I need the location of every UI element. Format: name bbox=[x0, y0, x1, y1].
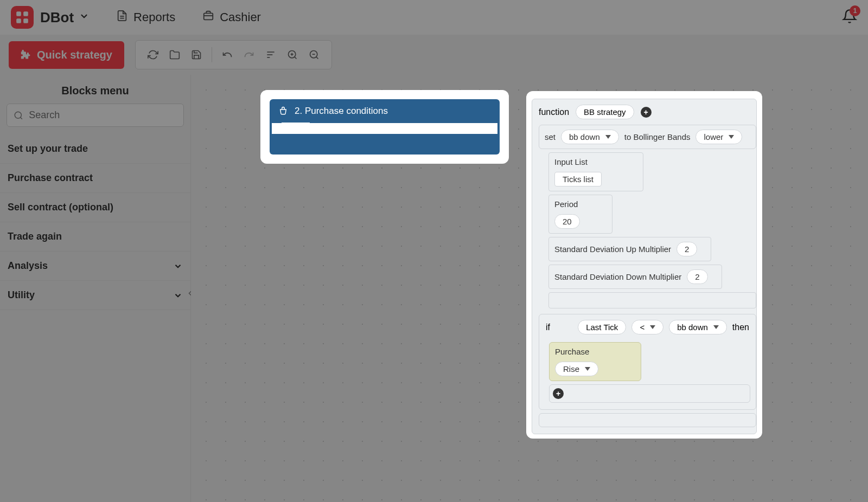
basket-icon bbox=[278, 106, 288, 116]
chevron-down-icon bbox=[713, 325, 719, 329]
if-block[interactable]: if Last Tick < bb down then Purchase Ris… bbox=[539, 314, 756, 410]
compare-var-dropdown[interactable]: bb down bbox=[669, 320, 727, 334]
purchase-type-dropdown[interactable]: Rise bbox=[555, 362, 598, 376]
empty-slot[interactable] bbox=[539, 413, 756, 427]
chevron-down-icon bbox=[585, 367, 590, 371]
add-else-button[interactable]: + bbox=[553, 388, 564, 399]
band-dropdown[interactable]: lower bbox=[695, 130, 742, 144]
period-block[interactable]: Period 20 bbox=[548, 195, 612, 234]
empty-slot[interactable] bbox=[548, 292, 756, 308]
operator-dropdown[interactable]: < bbox=[631, 320, 663, 334]
add-param-button[interactable]: + bbox=[641, 107, 652, 118]
purchase-conditions-title: 2. Purchase conditions bbox=[295, 106, 388, 117]
bb-strategy-block[interactable]: function BB strategy + set bb down to Bo… bbox=[526, 91, 762, 439]
period-value[interactable]: 20 bbox=[554, 214, 580, 229]
std-down-value[interactable]: 2 bbox=[687, 269, 707, 284]
ticks-list-value[interactable]: Ticks list bbox=[554, 172, 602, 186]
input-list-block[interactable]: Input List Ticks list bbox=[548, 152, 643, 191]
set-var-dropdown[interactable]: bb down bbox=[561, 130, 619, 144]
std-up-block[interactable]: Standard Deviation Up Multiplier 2 bbox=[548, 237, 711, 261]
else-slot[interactable]: + bbox=[549, 384, 750, 403]
chevron-down-icon bbox=[729, 135, 734, 139]
function-name-field[interactable]: BB strategy bbox=[576, 105, 634, 119]
purchase-block[interactable]: Purchase Rise bbox=[549, 342, 641, 381]
function-keyword: function bbox=[539, 107, 569, 117]
std-down-block[interactable]: Standard Deviation Down Multiplier 2 bbox=[548, 265, 722, 289]
chevron-down-icon bbox=[650, 325, 655, 329]
last-tick-value[interactable]: Last Tick bbox=[578, 320, 626, 334]
set-block[interactable]: set bb down to Bollinger Bands lower bbox=[539, 125, 756, 149]
chevron-down-icon bbox=[605, 135, 611, 139]
std-up-value[interactable]: 2 bbox=[676, 242, 697, 256]
purchase-conditions-block[interactable]: 2. Purchase conditions bbox=[260, 90, 509, 164]
